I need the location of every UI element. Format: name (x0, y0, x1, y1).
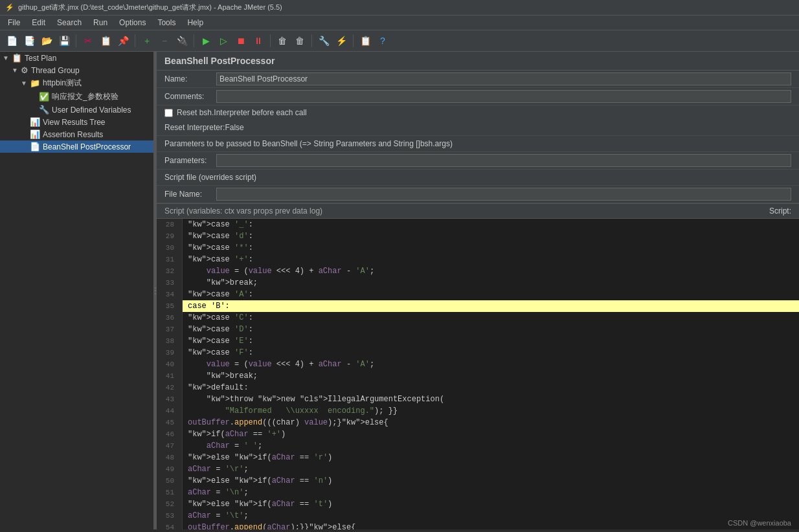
tree-icon: 📁 (30, 78, 40, 88)
sidebar-item-user-vars[interactable]: 🔧User Defined Variables (0, 104, 153, 116)
tree-icon: ⚙ (21, 65, 28, 75)
code-line: "kw">case 'd': (183, 230, 799, 242)
script-header: Script (variables: ctx vars props prev d… (157, 204, 799, 219)
toolbar-open[interactable]: 📂 (39, 33, 54, 49)
tree-icon: 📊 (30, 129, 40, 139)
sidebar-item-response-assert[interactable]: ✅响应报文_参数校验 (0, 90, 153, 104)
sidebar-item-test-plan[interactable]: ▼📋Test Plan (0, 52, 153, 64)
code-line: "kw">case 'F': (183, 347, 799, 359)
sidebar-item-thread-group[interactable]: ▼⚙Thread Group (0, 64, 153, 76)
params-input[interactable] (216, 154, 791, 167)
toolbar-stop[interactable]: ⏹ (233, 33, 249, 49)
reset-row: Reset bsh.Interpreter before each call (157, 105, 799, 120)
toolbar-func-helper[interactable]: 🔧 (316, 33, 332, 49)
line-number: 49 (162, 463, 177, 475)
line-number: 48 (162, 452, 177, 463)
menu-item-tools[interactable]: Tools (152, 17, 181, 28)
sidebar-item-view-results[interactable]: 📊View Results Tree (0, 116, 153, 128)
tree-arrow: ▼ (3, 54, 10, 61)
code-line: "kw">default: (183, 382, 799, 393)
name-row: Name: (157, 71, 799, 88)
line-number: 54 (162, 522, 177, 529)
code-line: "kw">case 'A': (183, 289, 799, 300)
code-editor[interactable]: 2829303132333435363738394041424344454647… (157, 219, 799, 529)
script-section: Script (variables: ctx vars props prev d… (157, 204, 799, 529)
menu-item-options[interactable]: Options (114, 17, 151, 28)
reset-checkbox[interactable] (164, 109, 173, 117)
toolbar-save[interactable]: 💾 (56, 33, 72, 49)
line-number: 46 (162, 428, 177, 440)
code-line: value = (value <<< 4) + aChar - 'A'; (183, 265, 799, 277)
code-line: "kw">else "kw">if(aChar == 't') (183, 498, 799, 510)
code-line: outBuffer.append(aChar);}}"kw">else{ (183, 522, 799, 529)
name-input[interactable] (216, 72, 791, 85)
code-line: "kw">case 'C': (183, 312, 799, 324)
reset-interp-value: False (225, 122, 791, 133)
toolbar-copy[interactable]: 📋 (98, 33, 113, 49)
line-number: 42 (162, 382, 177, 393)
tree-label: httpbin测试 (43, 78, 82, 89)
code-line: aChar = ' '; (183, 440, 799, 452)
toolbar-clear[interactable]: 🗑 (275, 33, 290, 49)
line-number: 47 (162, 440, 177, 452)
toolbar: 📄 📑 📂 💾 ✂ 📋 📌 + − 🔌 ▶ ▷ ⏹ ⏸ 🗑 🗑 🔧 ⚡ 📋 ? (0, 30, 799, 52)
line-number: 31 (162, 254, 177, 265)
code-line: aChar = '\r'; (183, 463, 799, 475)
toolbar-paste[interactable]: 📌 (115, 33, 131, 49)
toolbar-clear-all[interactable]: 🗑 (292, 33, 308, 49)
toolbar-cut[interactable]: ✂ (80, 33, 96, 49)
line-number: 36 (162, 312, 177, 324)
script-file-row: Script file (overrides script) (157, 170, 799, 186)
line-number: 30 (162, 242, 177, 254)
code-line: "Malformed \\uxxxx encoding."); }} (183, 405, 799, 417)
code-line: aChar = '\n'; (183, 487, 799, 498)
menu-item-edit[interactable]: Edit (27, 17, 51, 28)
file-name-label: File Name: (164, 190, 216, 199)
line-number: 41 (162, 370, 177, 382)
menu-item-help[interactable]: Help (182, 17, 208, 28)
tree-icon: ✅ (39, 92, 49, 102)
file-name-row: File Name: (157, 186, 799, 203)
toolbar-new[interactable]: 📄 (4, 33, 19, 49)
tree-label: Assertion Results (43, 130, 103, 139)
sidebar-item-beanshell-post[interactable]: 📄BeanShell PostProcessor (0, 140, 153, 153)
title-bar: ⚡ githup_get请求.jmx (D:\test_code\Jmeter\… (0, 0, 799, 16)
tree-arrow: ▼ (12, 67, 19, 74)
comments-row: Comments: (157, 88, 799, 105)
toolbar-sep6 (353, 34, 354, 47)
reset-interp-label: Reset Interpreter: (164, 123, 225, 132)
code-line: "kw">throw "kw">new "cls">IllegalArgumen… (183, 393, 799, 405)
toolbar-start[interactable]: ▶ (198, 33, 214, 49)
toolbar-remote[interactable]: 🔌 (174, 33, 190, 49)
watermark: CSDN @wenxiaoba (728, 519, 791, 527)
toolbar-template[interactable]: 📑 (21, 33, 37, 49)
code-line: case 'B': (183, 300, 799, 312)
line-number: 52 (162, 498, 177, 510)
line-number: 37 (162, 324, 177, 335)
tree-label: 响应报文_参数校验 (52, 91, 118, 102)
file-name-input[interactable] (216, 188, 791, 201)
form-area: Name: Comments: Reset bsh.Interpreter be… (157, 71, 799, 204)
sidebar-item-assertion-results[interactable]: 📊Assertion Results (0, 128, 153, 140)
toolbar-help[interactable]: ? (375, 33, 390, 49)
menu-item-search[interactable]: Search (52, 17, 87, 28)
code-line: "kw">case 'D': (183, 324, 799, 335)
main-layout: ▼📋Test Plan▼⚙Thread Group▼📁httpbin测试 ✅响应… (0, 52, 799, 529)
menu-item-run[interactable]: Run (88, 17, 113, 28)
reset-interp-row: Reset Interpreter: False (157, 120, 799, 136)
code-line: "kw">case 'E': (183, 335, 799, 347)
toolbar-log[interactable]: 📋 (357, 33, 373, 49)
line-number: 35 (162, 300, 177, 312)
menu-item-file[interactable]: File (3, 17, 25, 28)
tree-arrow: ▼ (21, 80, 28, 87)
toolbar-expand[interactable]: + (139, 33, 155, 49)
toolbar-shutdown[interactable]: ⏸ (251, 33, 266, 49)
toolbar-what-next[interactable]: ⚡ (333, 33, 349, 49)
comments-input[interactable] (216, 90, 791, 103)
title-icon: ⚡ (5, 3, 14, 12)
toolbar-start-no-pause[interactable]: ▷ (216, 33, 231, 49)
line-number: 51 (162, 487, 177, 498)
sidebar-item-httpbin[interactable]: ▼📁httpbin测试 (0, 76, 153, 90)
params-desc: Parameters to be passed to BeanShell (=>… (164, 138, 791, 150)
toolbar-minus[interactable]: − (157, 33, 172, 49)
